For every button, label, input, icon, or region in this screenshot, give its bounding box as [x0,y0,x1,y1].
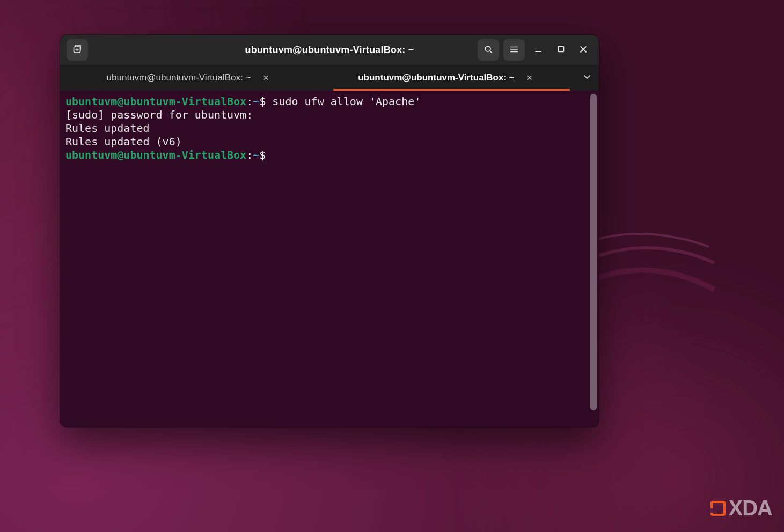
minimize-icon [534,46,542,55]
tabs-dropdown-button[interactable] [575,65,599,91]
terminal-line: ubuntuvm@ubuntuvm-VirtualBox:~$ sudo ufw… [65,95,594,108]
search-icon [483,45,493,56]
maximize-icon [558,46,565,54]
terminal-line: ubuntuvm@ubuntuvm-VirtualBox:~$ [65,149,594,162]
maximize-button[interactable] [552,41,570,59]
terminal-content: ubuntuvm@ubuntuvm-VirtualBox:~$ sudo ufw… [65,95,594,162]
tab-label: ubuntuvm@ubuntuvm-VirtualBox: ~ [107,72,251,83]
search-button[interactable] [478,39,499,61]
close-icon [580,46,587,55]
titlebar[interactable]: ubuntuvm@ubuntuvm-VirtualBox: ~ [60,35,599,65]
menu-button[interactable] [503,39,525,61]
close-icon: × [263,72,269,84]
watermark-logo-icon [710,501,726,516]
tab-bar: ubuntuvm@ubuntuvm-VirtualBox: ~ × ubuntu… [60,65,599,91]
terminal-viewport[interactable]: ubuntuvm@ubuntuvm-VirtualBox:~$ sudo ufw… [60,91,599,427]
new-tab-icon [72,44,83,56]
terminal-line: [sudo] password for ubuntuvm: [65,108,594,122]
terminal-tab-2[interactable]: ubuntuvm@ubuntuvm-VirtualBox: ~ × [318,65,575,91]
minimize-button[interactable] [529,41,547,59]
new-tab-button[interactable] [67,39,88,61]
terminal-tab-1[interactable]: ubuntuvm@ubuntuvm-VirtualBox: ~ × [60,65,318,91]
close-icon: × [527,72,533,84]
terminal-line: Rules updated [65,122,594,135]
terminal-window: ubuntuvm@ubuntuvm-VirtualBox: ~ [60,35,599,427]
terminal-scrollbar[interactable] [590,94,597,410]
hamburger-icon [509,45,519,56]
svg-rect-2 [558,47,563,52]
close-window-button[interactable] [574,41,592,59]
tab-label: ubuntuvm@ubuntuvm-VirtualBox: ~ [358,72,515,83]
tab-close-button[interactable]: × [524,72,535,83]
chevron-down-icon [583,72,591,83]
terminal-line: Rules updated (v6) [65,135,594,149]
watermark-text: XDA [729,496,772,520]
watermark: XDA [710,496,772,520]
tab-close-button[interactable]: × [260,72,271,83]
